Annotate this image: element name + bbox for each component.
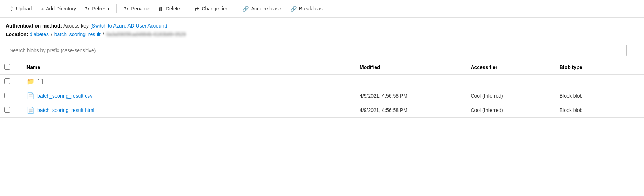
refresh-button[interactable]: ↻ Refresh [81, 4, 113, 14]
search-section [0, 42, 644, 60]
row-checkbox-cell [0, 103, 22, 117]
row-name-text[interactable]: batch_scoring_result.csv [37, 93, 92, 99]
upload-button[interactable]: ⇧ Upload [6, 4, 35, 14]
row-modified-cell: 4/9/2021, 4:56:58 PM [355, 89, 466, 103]
rename-label: Rename [131, 6, 150, 11]
row-checkbox-cell [0, 74, 22, 89]
table-header: Name Modified Access tier Blob type [0, 60, 644, 75]
separator-3 [235, 4, 235, 13]
refresh-icon: ↻ [85, 6, 89, 11]
separator-1 [116, 4, 117, 13]
auth-line: Authentication method: Access key (Switc… [6, 22, 638, 30]
table-row: 📄batch_scoring_result.html4/9/2021, 4:56… [0, 103, 644, 117]
break-lease-button[interactable]: 🔗 Break lease [287, 4, 329, 14]
delete-button[interactable]: 🗑 Delete [155, 4, 184, 14]
row-checkbox[interactable] [4, 107, 10, 113]
row-name-cell: 📄batch_scoring_result.html [22, 103, 355, 117]
info-section: Authentication method: Access key (Switc… [0, 18, 644, 42]
row-tier-cell: Cool (Inferred) [466, 89, 555, 103]
acquire-lease-button[interactable]: 🔗 Acquire lease [239, 4, 285, 14]
search-input[interactable] [6, 45, 627, 56]
th-type: Blob type [555, 60, 644, 75]
th-name: Name [22, 60, 355, 75]
table-header-row: Name Modified Access tier Blob type [0, 60, 644, 75]
rename-button[interactable]: ↻ Rename [120, 4, 153, 14]
acquire-lease-label: Acquire lease [251, 6, 282, 11]
break-lease-label: Break lease [299, 6, 326, 11]
row-tier-cell [466, 74, 555, 89]
location-sep-2: / [103, 30, 104, 39]
add-directory-button[interactable]: + Add Directory [37, 4, 80, 14]
file-icon: 📄 [26, 107, 34, 113]
add-directory-label: Add Directory [46, 6, 76, 11]
row-modified-cell [355, 74, 466, 89]
change-tier-label: Change tier [201, 6, 227, 11]
select-all-checkbox[interactable] [4, 64, 10, 70]
auth-value: Access key [63, 22, 89, 30]
row-checkbox[interactable] [4, 78, 10, 84]
location-label: Location: [6, 30, 28, 39]
blob-table: Name Modified Access tier Blob type 📁[..… [0, 60, 644, 118]
th-tier: Access tier [466, 60, 555, 75]
toolbar: ⇧ Upload + Add Directory ↻ Refresh ↻ Ren… [0, 0, 644, 18]
change-tier-button[interactable]: ⇄ Change tier [191, 4, 231, 14]
row-checkbox[interactable] [4, 93, 10, 98]
row-name-cell: 📄batch_scoring_result.csv [22, 89, 355, 103]
row-tier-cell: Cool (Inferred) [466, 103, 555, 117]
row-modified-cell: 4/9/2021, 4:56:58 PM [355, 103, 466, 117]
location-blurred: 0a3a5905fcad4884b-6183b89-0529 [106, 30, 186, 39]
row-type-cell [555, 74, 644, 89]
row-name-cell: 📁[..] [22, 74, 355, 89]
table-body: 📁[..]📄batch_scoring_result.csv4/9/2021, … [0, 74, 644, 117]
add-directory-icon: + [40, 6, 44, 11]
acquire-lease-icon: 🔗 [242, 6, 249, 11]
table-row: 📄batch_scoring_result.csv4/9/2021, 4:56:… [0, 89, 644, 103]
delete-icon: 🗑 [158, 6, 164, 11]
location-sep-1: / [51, 30, 52, 39]
change-tier-icon: ⇄ [195, 6, 199, 11]
row-name-content: 📄batch_scoring_result.csv [26, 93, 351, 99]
delete-label: Delete [166, 6, 180, 11]
location-link-diabetes[interactable]: diabetes [30, 30, 49, 39]
upload-icon: ⇧ [9, 6, 14, 11]
auth-label: Authentication method: [6, 22, 62, 30]
break-lease-icon: 🔗 [290, 6, 297, 11]
row-name-content: 📁[..] [26, 78, 351, 85]
auth-switch-link[interactable]: (Switch to Azure AD User Account) [90, 22, 167, 30]
file-icon: 📄 [26, 93, 34, 99]
upload-label: Upload [16, 6, 32, 11]
row-type-cell: Block blob [555, 103, 644, 117]
th-modified: Modified [355, 60, 466, 75]
location-link-batch[interactable]: batch_scoring_result [54, 30, 101, 39]
th-checkbox [0, 60, 22, 75]
row-checkbox-cell [0, 89, 22, 103]
folder-icon: 📁 [26, 78, 34, 85]
row-name-text: [..] [37, 79, 43, 84]
row-name-content: 📄batch_scoring_result.html [26, 107, 351, 113]
row-name-text[interactable]: batch_scoring_result.html [37, 107, 94, 113]
table-row: 📁[..] [0, 74, 644, 89]
location-line: Location: diabetes / batch_scoring_resul… [6, 30, 638, 39]
separator-2 [187, 4, 187, 13]
refresh-label: Refresh [92, 6, 109, 11]
row-type-cell: Block blob [555, 89, 644, 103]
rename-icon: ↻ [124, 6, 128, 11]
